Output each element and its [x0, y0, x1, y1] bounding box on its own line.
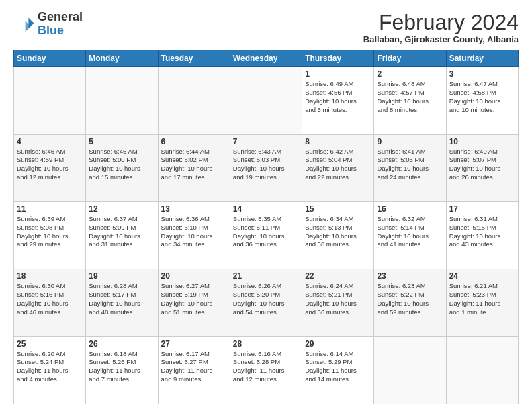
- calendar-header-thursday: Thursday: [302, 50, 374, 67]
- day-info: Sunrise: 6:18 AM Sunset: 5:26 PM Dayligh…: [89, 350, 154, 384]
- day-info: Sunrise: 6:24 AM Sunset: 5:21 PM Dayligh…: [305, 282, 371, 316]
- logo-icon: [13, 13, 35, 35]
- day-number: 11: [17, 204, 83, 214]
- calendar-cell: 22Sunrise: 6:24 AM Sunset: 5:21 PM Dayli…: [302, 269, 374, 336]
- calendar-cell: [446, 336, 518, 404]
- logo-blue: Blue: [38, 24, 64, 37]
- day-number: 4: [17, 137, 83, 146]
- calendar-cell: 27Sunrise: 6:17 AM Sunset: 5:27 PM Dayli…: [158, 336, 230, 404]
- day-number: 20: [161, 271, 227, 281]
- day-info: Sunrise: 6:37 AM Sunset: 5:09 PM Dayligh…: [89, 215, 154, 249]
- day-number: 27: [161, 339, 227, 349]
- day-info: Sunrise: 6:45 AM Sunset: 5:00 PM Dayligh…: [89, 148, 154, 182]
- day-info: Sunrise: 6:27 AM Sunset: 5:19 PM Dayligh…: [161, 282, 227, 316]
- calendar-cell: 20Sunrise: 6:27 AM Sunset: 5:19 PM Dayli…: [158, 269, 230, 336]
- day-info: Sunrise: 6:49 AM Sunset: 4:56 PM Dayligh…: [305, 80, 371, 114]
- day-number: 7: [233, 137, 299, 146]
- calendar-cell: 1Sunrise: 6:49 AM Sunset: 4:56 PM Daylig…: [302, 67, 374, 134]
- calendar-cell: 10Sunrise: 6:40 AM Sunset: 5:07 PM Dayli…: [446, 134, 518, 201]
- day-number: 6: [161, 137, 227, 146]
- day-info: Sunrise: 6:44 AM Sunset: 5:02 PM Dayligh…: [161, 148, 227, 182]
- calendar-header-row: SundayMondayTuesdayWednesdayThursdayFrid…: [14, 50, 519, 67]
- logo-general: General: [38, 10, 83, 24]
- calendar-cell: [374, 336, 446, 404]
- day-number: 8: [305, 137, 371, 146]
- day-number: 19: [89, 271, 154, 281]
- day-info: Sunrise: 6:32 AM Sunset: 5:14 PM Dayligh…: [377, 215, 443, 249]
- calendar-cell: 7Sunrise: 6:43 AM Sunset: 5:03 PM Daylig…: [230, 134, 302, 201]
- day-info: Sunrise: 6:36 AM Sunset: 5:10 PM Dayligh…: [161, 215, 227, 249]
- day-number: 29: [305, 339, 371, 349]
- day-number: 17: [449, 204, 515, 214]
- title-block: February 2024 Ballaban, Gjirokaster Coun…: [363, 11, 519, 44]
- calendar-week-row: 18Sunrise: 6:30 AM Sunset: 5:16 PM Dayli…: [14, 269, 519, 336]
- day-number: 5: [89, 137, 154, 146]
- calendar-cell: 3Sunrise: 6:47 AM Sunset: 4:58 PM Daylig…: [446, 67, 518, 134]
- page: General Blue February 2024 Ballaban, Gji…: [0, 0, 532, 411]
- calendar-cell: 17Sunrise: 6:31 AM Sunset: 5:15 PM Dayli…: [446, 201, 518, 269]
- day-info: Sunrise: 6:46 AM Sunset: 4:59 PM Dayligh…: [17, 148, 83, 182]
- day-number: 16: [377, 204, 443, 214]
- calendar-cell: 5Sunrise: 6:45 AM Sunset: 5:00 PM Daylig…: [86, 134, 158, 201]
- day-number: 14: [233, 204, 299, 214]
- calendar-cell: 6Sunrise: 6:44 AM Sunset: 5:02 PM Daylig…: [158, 134, 230, 201]
- calendar-cell: 21Sunrise: 6:26 AM Sunset: 5:20 PM Dayli…: [230, 269, 302, 336]
- logo-text: General Blue: [38, 11, 83, 38]
- day-info: Sunrise: 6:30 AM Sunset: 5:16 PM Dayligh…: [17, 282, 83, 316]
- calendar-cell: 29Sunrise: 6:14 AM Sunset: 5:29 PM Dayli…: [302, 336, 374, 404]
- day-number: 13: [161, 204, 227, 214]
- day-info: Sunrise: 6:42 AM Sunset: 5:04 PM Dayligh…: [305, 148, 371, 182]
- calendar-header-sunday: Sunday: [14, 50, 86, 67]
- header: General Blue February 2024 Ballaban, Gji…: [13, 11, 519, 44]
- calendar-header-friday: Friday: [374, 50, 446, 67]
- calendar-cell: [14, 67, 86, 134]
- day-info: Sunrise: 6:14 AM Sunset: 5:29 PM Dayligh…: [305, 350, 371, 384]
- day-info: Sunrise: 6:20 AM Sunset: 5:24 PM Dayligh…: [17, 350, 83, 384]
- day-number: 2: [377, 69, 443, 79]
- calendar-cell: 28Sunrise: 6:16 AM Sunset: 5:28 PM Dayli…: [230, 336, 302, 404]
- calendar-cell: 12Sunrise: 6:37 AM Sunset: 5:09 PM Dayli…: [86, 201, 158, 269]
- day-info: Sunrise: 6:47 AM Sunset: 4:58 PM Dayligh…: [449, 80, 515, 114]
- calendar-cell: 9Sunrise: 6:41 AM Sunset: 5:05 PM Daylig…: [374, 134, 446, 201]
- day-number: 18: [17, 271, 83, 281]
- day-number: 12: [89, 204, 154, 214]
- day-info: Sunrise: 6:35 AM Sunset: 5:11 PM Dayligh…: [233, 215, 299, 249]
- day-number: 9: [377, 137, 443, 146]
- day-number: 25: [17, 339, 83, 349]
- day-number: 24: [449, 271, 515, 281]
- day-info: Sunrise: 6:23 AM Sunset: 5:22 PM Dayligh…: [377, 282, 443, 316]
- main-title: February 2024: [363, 11, 519, 34]
- calendar-cell: 18Sunrise: 6:30 AM Sunset: 5:16 PM Dayli…: [14, 269, 86, 336]
- calendar-header-tuesday: Tuesday: [158, 50, 230, 67]
- calendar-cell: 24Sunrise: 6:21 AM Sunset: 5:23 PM Dayli…: [446, 269, 518, 336]
- calendar-week-row: 4Sunrise: 6:46 AM Sunset: 4:59 PM Daylig…: [14, 134, 519, 201]
- calendar-cell: 26Sunrise: 6:18 AM Sunset: 5:26 PM Dayli…: [86, 336, 158, 404]
- day-number: 26: [89, 339, 154, 349]
- day-info: Sunrise: 6:41 AM Sunset: 5:05 PM Dayligh…: [377, 148, 443, 182]
- day-info: Sunrise: 6:43 AM Sunset: 5:03 PM Dayligh…: [233, 148, 299, 182]
- calendar-header-saturday: Saturday: [446, 50, 518, 67]
- subtitle: Ballaban, Gjirokaster County, Albania: [363, 34, 519, 44]
- calendar-cell: [86, 67, 158, 134]
- calendar-cell: 4Sunrise: 6:46 AM Sunset: 4:59 PM Daylig…: [14, 134, 86, 201]
- calendar-cell: 2Sunrise: 6:48 AM Sunset: 4:57 PM Daylig…: [374, 67, 446, 134]
- day-number: 23: [377, 271, 443, 281]
- calendar-week-row: 11Sunrise: 6:39 AM Sunset: 5:08 PM Dayli…: [14, 201, 519, 269]
- calendar-cell: [158, 67, 230, 134]
- calendar-cell: [230, 67, 302, 134]
- day-info: Sunrise: 6:21 AM Sunset: 5:23 PM Dayligh…: [449, 282, 515, 316]
- calendar-cell: 8Sunrise: 6:42 AM Sunset: 5:04 PM Daylig…: [302, 134, 374, 201]
- day-number: 3: [449, 69, 515, 79]
- day-info: Sunrise: 6:31 AM Sunset: 5:15 PM Dayligh…: [449, 215, 515, 249]
- calendar-cell: 16Sunrise: 6:32 AM Sunset: 5:14 PM Dayli…: [374, 201, 446, 269]
- day-number: 1: [305, 69, 371, 79]
- calendar-cell: 23Sunrise: 6:23 AM Sunset: 5:22 PM Dayli…: [374, 269, 446, 336]
- day-info: Sunrise: 6:28 AM Sunset: 5:17 PM Dayligh…: [89, 282, 154, 316]
- day-number: 28: [233, 339, 299, 349]
- calendar-cell: 25Sunrise: 6:20 AM Sunset: 5:24 PM Dayli…: [14, 336, 86, 404]
- day-number: 22: [305, 271, 371, 281]
- calendar-header-monday: Monday: [86, 50, 158, 67]
- day-info: Sunrise: 6:16 AM Sunset: 5:28 PM Dayligh…: [233, 350, 299, 384]
- calendar-week-row: 25Sunrise: 6:20 AM Sunset: 5:24 PM Dayli…: [14, 336, 519, 404]
- day-number: 21: [233, 271, 299, 281]
